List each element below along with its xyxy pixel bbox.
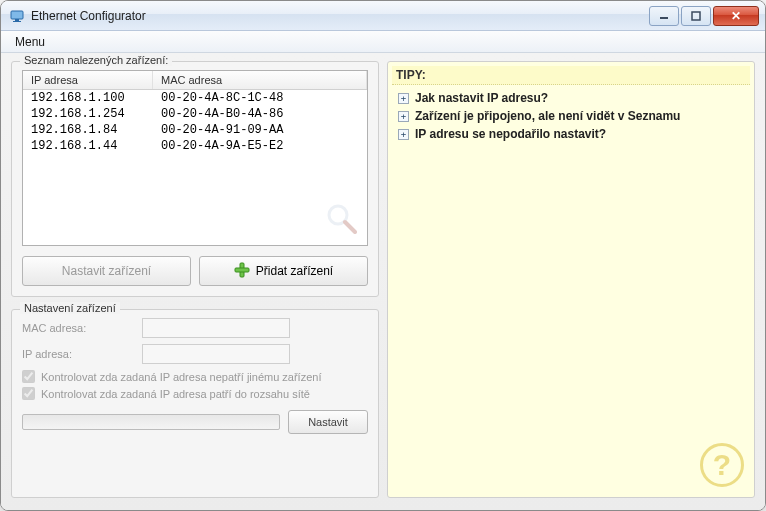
window-buttons: ✕	[647, 6, 759, 26]
tips-list: +Jak nastavit IP adresu?+Zařízení je při…	[398, 89, 744, 143]
cell-mac: 00-20-4A-91-09-AA	[153, 123, 367, 137]
maximize-button[interactable]	[681, 6, 711, 26]
tip-item[interactable]: +IP adresu se nepodařilo nastavit?	[398, 125, 744, 143]
device-list-body: 192.168.1.10000-20-4A-8C-1C-48192.168.1.…	[23, 90, 367, 154]
expand-icon: +	[398, 111, 409, 122]
device-list[interactable]: IP adresa MAC adresa 192.168.1.10000-20-…	[22, 70, 368, 246]
svg-line-6	[345, 222, 355, 232]
close-icon: ✕	[731, 9, 741, 23]
progress-bar	[22, 414, 280, 430]
cell-ip: 192.168.1.84	[23, 123, 153, 137]
expand-icon: +	[398, 129, 409, 140]
table-row[interactable]: 192.168.1.4400-20-4A-9A-E5-E2	[23, 138, 367, 154]
device-list-group: Seznam nalezených zařízení: IP adresa MA…	[11, 61, 379, 297]
tips-panel: TIPY: +Jak nastavit IP adresu?+Zařízení …	[387, 61, 755, 498]
cell-ip: 192.168.1.44	[23, 139, 153, 153]
cell-mac: 00-20-4A-9A-E5-E2	[153, 139, 367, 153]
svg-rect-4	[692, 12, 700, 20]
plus-icon	[234, 262, 250, 281]
check-ip-conflict[interactable]	[22, 370, 35, 383]
table-row[interactable]: 192.168.1.10000-20-4A-8C-1C-48	[23, 90, 367, 106]
app-window: Ethernet Configurator ✕ Menu Seznam nale…	[0, 0, 766, 511]
tip-text: IP adresu se nepodařilo nastavit?	[415, 127, 606, 141]
menubar: Menu	[1, 31, 765, 53]
device-button-row: Nastavit zařízení Přidat zařízení	[22, 256, 368, 286]
settings-group: Nastavení zařízení MAC adresa: IP adresa…	[11, 309, 379, 498]
device-list-legend: Seznam nalezených zařízení:	[20, 54, 172, 66]
check2-row: Kontrolovat zda zadaná IP adresa patří d…	[22, 387, 368, 400]
tip-text: Jak nastavit IP adresu?	[415, 91, 548, 105]
cell-mac: 00-20-4A-B0-4A-86	[153, 107, 367, 121]
window-title: Ethernet Configurator	[31, 9, 647, 23]
mac-row: MAC adresa:	[22, 318, 368, 338]
cell-mac: 00-20-4A-8C-1C-48	[153, 91, 367, 105]
table-row[interactable]: 192.168.1.8400-20-4A-91-09-AA	[23, 122, 367, 138]
column-ip[interactable]: IP adresa	[23, 71, 153, 89]
expand-icon: +	[398, 93, 409, 104]
set-device-button[interactable]: Nastavit zařízení	[22, 256, 191, 286]
mac-input[interactable]	[142, 318, 290, 338]
svg-rect-1	[15, 19, 19, 21]
device-list-header: IP adresa MAC adresa	[23, 71, 367, 90]
menu-item-menu[interactable]: Menu	[7, 33, 53, 51]
column-mac[interactable]: MAC adresa	[153, 71, 367, 89]
magnifier-icon	[325, 202, 359, 239]
ip-row: IP adresa:	[22, 344, 368, 364]
close-button[interactable]: ✕	[713, 6, 759, 26]
tip-item[interactable]: +Jak nastavit IP adresu?	[398, 89, 744, 107]
check1-row: Kontrolovat zda zadaná IP adresa nepatří…	[22, 370, 368, 383]
svg-rect-2	[13, 21, 21, 22]
svg-rect-0	[11, 11, 23, 19]
mac-label: MAC adresa:	[22, 322, 142, 334]
table-row[interactable]: 192.168.1.25400-20-4A-B0-4A-86	[23, 106, 367, 122]
ip-label: IP adresa:	[22, 348, 142, 360]
help-icon[interactable]: ?	[700, 443, 744, 487]
cell-ip: 192.168.1.100	[23, 91, 153, 105]
apply-button[interactable]: Nastavit	[288, 410, 368, 434]
left-column: Seznam nalezených zařízení: IP adresa MA…	[11, 61, 379, 498]
check-ip-range[interactable]	[22, 387, 35, 400]
app-icon	[9, 8, 25, 24]
svg-rect-8	[235, 268, 249, 272]
settings-bottom-row: Nastavit	[22, 410, 368, 434]
ip-input[interactable]	[142, 344, 290, 364]
check2-label: Kontrolovat zda zadaná IP adresa patří d…	[41, 388, 310, 400]
minimize-button[interactable]	[649, 6, 679, 26]
settings-legend: Nastavení zařízení	[20, 302, 120, 314]
tip-text: Zařízení je připojeno, ale není vidět v …	[415, 109, 680, 123]
tip-item[interactable]: +Zařízení je připojeno, ale není vidět v…	[398, 107, 744, 125]
cell-ip: 192.168.1.254	[23, 107, 153, 121]
tips-title: TIPY:	[392, 66, 750, 85]
titlebar[interactable]: Ethernet Configurator ✕	[1, 1, 765, 31]
add-device-label: Přidat zařízení	[256, 264, 333, 278]
content-area: Seznam nalezených zařízení: IP adresa MA…	[1, 53, 765, 510]
check1-label: Kontrolovat zda zadaná IP adresa nepatří…	[41, 371, 321, 383]
add-device-button[interactable]: Přidat zařízení	[199, 256, 368, 286]
